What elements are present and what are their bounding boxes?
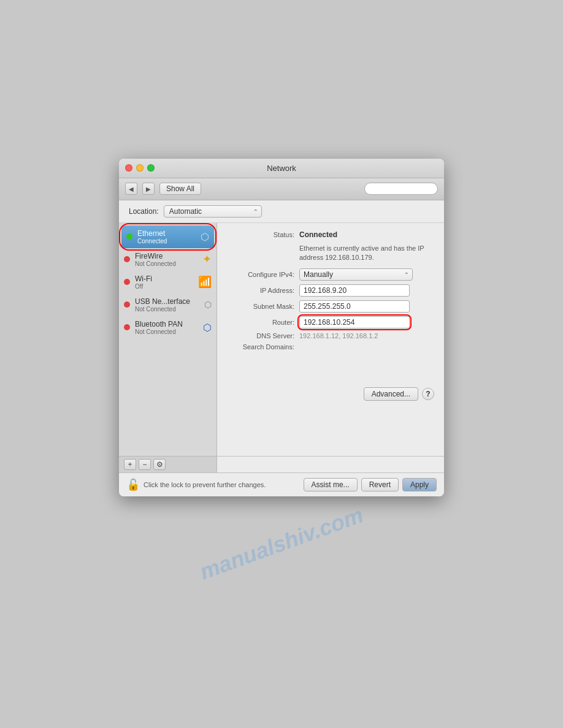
- firewire-text: FireWire Not Connected: [135, 252, 176, 267]
- dns-server-row: DNS Server: 192.168.1.12, 192.168.1.2: [227, 332, 434, 339]
- dns-server-label: DNS Server:: [227, 332, 294, 339]
- sidebar-footer-area: + − ⚙: [119, 456, 444, 472]
- bluetooth-text: Bluetooth PAN Not Connected: [135, 320, 183, 335]
- show-all-button[interactable]: Show All: [159, 183, 201, 195]
- lock-icon[interactable]: 🔓: [126, 478, 140, 491]
- add-interface-button[interactable]: +: [124, 459, 136, 470]
- sidebar-item-usb[interactable]: USB Ne...terface Not Connected ⬡: [119, 294, 216, 316]
- title-bar: Network: [119, 159, 444, 178]
- wifi-status-dot: [124, 279, 130, 285]
- usb-text: USB Ne...terface Not Connected: [135, 297, 190, 313]
- bluetooth-name: Bluetooth PAN: [135, 320, 183, 328]
- wifi-name: Wi-Fi: [135, 275, 152, 283]
- status-label: Status:: [227, 231, 294, 238]
- ip-address-row: IP Address:: [227, 284, 434, 297]
- wifi-status: Off: [135, 283, 152, 290]
- search-domains-label: Search Domains:: [227, 343, 294, 351]
- main-content: Ethernet Connected ⬡ FireWire Not Connec…: [119, 223, 444, 456]
- traffic-lights: [125, 164, 155, 172]
- configure-ipv4-label: Configure IPv4:: [227, 271, 294, 278]
- subnet-mask-input[interactable]: [299, 300, 410, 313]
- status-value: Connected: [299, 230, 337, 239]
- toolbar: ◀ ▶ Show All: [119, 178, 444, 200]
- firewire-status-dot: [124, 256, 130, 262]
- revert-button[interactable]: Revert: [361, 478, 399, 491]
- ip-address-input[interactable]: [299, 284, 410, 297]
- interface-settings-button[interactable]: ⚙: [153, 459, 166, 470]
- wifi-text: Wi-Fi Off: [135, 275, 152, 290]
- ethernet-status: Connected: [137, 238, 167, 245]
- sidebar-item-ethernet[interactable]: Ethernet Connected ⬡: [121, 226, 214, 248]
- subnet-mask-row: Subnet Mask:: [227, 300, 434, 313]
- usb-status: Not Connected: [135, 306, 190, 313]
- bluetooth-status-dot: [124, 324, 130, 330]
- sidebar-item-wifi[interactable]: Wi-Fi Off 📶: [119, 271, 216, 294]
- location-bar: Location: Automatic: [119, 200, 444, 223]
- help-button[interactable]: ?: [422, 388, 434, 400]
- lock-text: Click the lock to prevent further change…: [144, 481, 266, 488]
- usb-name: USB Ne...terface: [135, 297, 190, 306]
- location-label: Location:: [129, 207, 159, 216]
- status-row: Status: Connected: [227, 230, 434, 239]
- ip-address-label: IP Address:: [227, 287, 294, 294]
- back-button[interactable]: ◀: [125, 183, 137, 195]
- firewire-name: FireWire: [135, 252, 176, 260]
- sidebar-item-firewire[interactable]: FireWire Not Connected ✦: [119, 248, 216, 271]
- search-input[interactable]: [364, 183, 438, 195]
- location-select[interactable]: Automatic: [164, 205, 262, 218]
- minimize-button[interactable]: [136, 164, 144, 172]
- sidebar-item-bluetooth[interactable]: Bluetooth PAN Not Connected ⬡: [119, 316, 216, 339]
- ethernet-text: Ethernet Connected: [137, 229, 167, 245]
- usb-status-dot: [124, 301, 130, 308]
- router-input-wrapper: [299, 316, 410, 328]
- ethernet-status-dot: [126, 233, 132, 240]
- router-label: Router:: [227, 319, 294, 326]
- sidebar: Ethernet Connected ⬡ FireWire Not Connec…: [119, 223, 217, 456]
- router-row: Router:: [227, 316, 434, 328]
- close-button[interactable]: [125, 164, 132, 172]
- advanced-row: Advanced... ?: [227, 387, 434, 401]
- network-window: Network ◀ ▶ Show All Location: Automatic…: [119, 159, 444, 496]
- usb-icon: ⬡: [204, 300, 212, 309]
- bottom-bar: 🔓 Click the lock to prevent further chan…: [119, 472, 444, 496]
- sidebar-bottom-toolbar: + − ⚙: [119, 456, 217, 472]
- assist-me-button[interactable]: Assist me...: [304, 478, 358, 491]
- wifi-icon: 📶: [198, 275, 212, 289]
- ethernet-name: Ethernet: [137, 229, 167, 238]
- dns-server-value: 192.168.1.12, 192.168.1.2: [299, 332, 378, 339]
- configure-ipv4-select[interactable]: Manually: [299, 268, 413, 281]
- advanced-button[interactable]: Advanced...: [364, 387, 418, 401]
- window-title: Network: [267, 164, 296, 173]
- configure-ipv4-select-wrapper: Manually: [299, 268, 413, 281]
- location-select-wrapper: Automatic: [164, 205, 262, 218]
- right-panel: Status: Connected Ethernet is currently …: [217, 223, 444, 456]
- watermark: manualshiv.com: [196, 502, 367, 585]
- subnet-mask-label: Subnet Mask:: [227, 303, 294, 310]
- lock-area: 🔓 Click the lock to prevent further chan…: [126, 478, 300, 491]
- zoom-button[interactable]: [147, 164, 155, 172]
- firewire-status: Not Connected: [135, 260, 176, 267]
- status-description: Ethernet is currently active and has the…: [299, 244, 434, 263]
- apply-button[interactable]: Apply: [402, 478, 437, 491]
- configure-ipv4-row: Configure IPv4: Manually: [227, 268, 434, 281]
- ethernet-icon: ⬡: [201, 231, 209, 243]
- forward-button[interactable]: ▶: [142, 183, 155, 195]
- bluetooth-icon: ⬡: [203, 322, 212, 333]
- remove-interface-button[interactable]: −: [139, 459, 151, 470]
- search-domains-row: Search Domains:: [227, 343, 434, 351]
- router-input[interactable]: [299, 316, 410, 328]
- bluetooth-status: Not Connected: [135, 328, 183, 335]
- firewire-icon: ✦: [202, 252, 212, 266]
